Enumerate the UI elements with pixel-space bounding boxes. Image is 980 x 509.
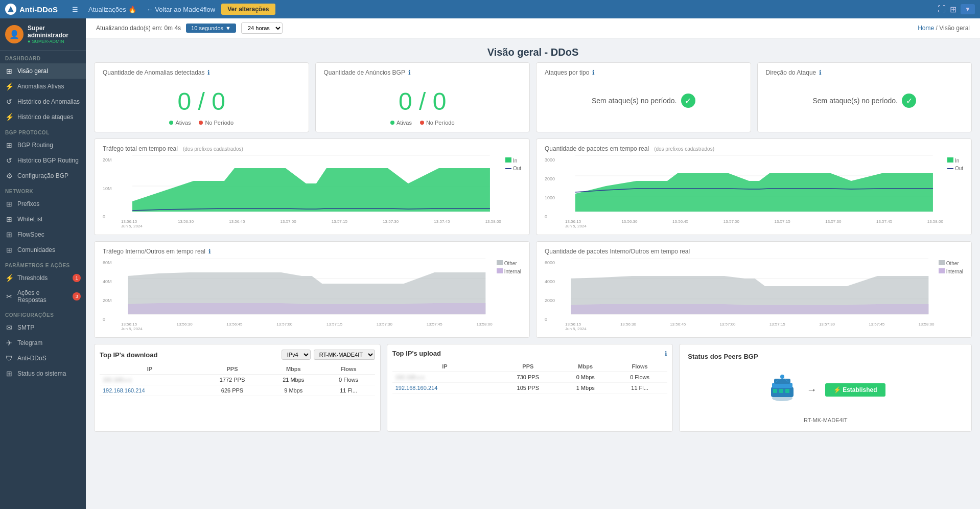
ul-row2-mbps: 1 Mbps xyxy=(559,383,612,394)
check-icon-ataques: ✓ xyxy=(681,94,695,108)
direcao-ataque-card: Direção do Ataque ℹ Sem ataque(s) no per… xyxy=(757,62,972,132)
bgp-legend-ativas: Ativas xyxy=(390,120,412,126)
fullscreen-icon[interactable]: ⛶ xyxy=(938,5,946,14)
user-badge: SUPER-ADMIN xyxy=(28,39,81,44)
sidebar-item-status[interactable]: ⊞ Status do sistema xyxy=(0,366,86,381)
breadcrumb-current: Visão geral xyxy=(939,25,970,32)
user-menu-icon[interactable]: ▼ xyxy=(961,4,975,14)
pacotes-total-card: Quantidade de pacotes em tempo real (dos… xyxy=(536,138,972,235)
download-col-ip: IP xyxy=(100,364,200,375)
download-col-flows: Flows xyxy=(322,364,375,375)
sidebar-item-historico-ataques[interactable]: ⚡ Histórico de ataques xyxy=(0,109,86,125)
anomalias-icon: ⚡ xyxy=(5,82,13,90)
sidebar-item-bgp-routing[interactable]: ⊞ BGP Routing xyxy=(0,137,86,153)
router-svg xyxy=(766,373,799,405)
upload-info-icon[interactable]: ℹ xyxy=(665,350,667,357)
chevron-down-icon: ▼ xyxy=(225,25,231,31)
download-table-controls: IPv4 IPv6 RT-MK-MADE4IT xyxy=(282,350,375,360)
pacotes-total-title: Quantidade de pacotes em tempo real (dos… xyxy=(545,145,963,152)
ipv-select[interactable]: IPv4 IPv6 xyxy=(282,350,311,360)
table-row: 192.168.x.x 730 PPS 0 Mbps 0 Flows xyxy=(392,372,668,383)
ul-row1-mbps: 0 Mbps xyxy=(559,372,612,383)
dl-row2-pps: 626 PPS xyxy=(200,385,265,396)
table-row: 192.168.160.214 105 PPS 1 Mbps 11 Fl... xyxy=(392,383,668,394)
bgp-legend: Ativas No Período xyxy=(324,120,522,126)
time-btn[interactable]: 10 segundos ▼ xyxy=(186,24,236,33)
sidebar-item-flowspec[interactable]: ⊞ FlowSpec xyxy=(0,227,86,242)
thresholds-icon: ⚡ xyxy=(5,274,13,282)
main-layout: 👤 Super administrador SUPER-ADMIN Dashbo… xyxy=(0,18,980,509)
bgp-anuncios-info-icon[interactable]: ℹ xyxy=(408,69,411,76)
pacotes-x-labels: 13:56:15Jun 5, 2024 13:56:30 13:56:45 13… xyxy=(565,219,943,228)
direcao-ataque-info-icon[interactable]: ℹ xyxy=(819,69,822,76)
breadcrumb: Home / Visão geral xyxy=(918,25,970,32)
upload-col-pps: PPS xyxy=(497,361,558,372)
sidebar-item-prefixos[interactable]: ⊞ Prefixos xyxy=(0,196,86,212)
sidebar-item-smtp[interactable]: ✉ SMTP xyxy=(0,320,86,335)
table-row: 192.168.160.214 626 PPS 9 Mbps 11 Fl... xyxy=(100,385,375,396)
pacotes-interno-title: Quantidade de pacotes Interno/Outros em … xyxy=(545,248,963,255)
check-icon-direcao: ✓ xyxy=(902,94,916,108)
trafego-interno-title: Tráfego Interno/Outros em tempo real ℹ xyxy=(103,248,521,255)
avatar: 👤 xyxy=(5,25,24,43)
pacotes-total-svg xyxy=(565,155,943,217)
updates-label: Atualizações xyxy=(88,6,126,13)
sidebar-item-whitelist[interactable]: ⊞ WhiteList xyxy=(0,212,86,227)
ataques-tipo-no-attack: Sem ataque(s) no período. ✓ xyxy=(545,79,742,122)
sidebar-item-acoes[interactable]: ✂ Ações e Respostas 3 xyxy=(0,286,86,307)
sidebar-item-config-bgp[interactable]: ⚙ Configuração BGP xyxy=(0,168,86,183)
sidebar-item-comunidades[interactable]: ⊞ Comunidades xyxy=(0,242,86,258)
bgp-routing-icon: ⊞ xyxy=(5,141,13,149)
fire-icon: 🔥 xyxy=(128,6,136,13)
anomalias-info-icon[interactable]: ℹ xyxy=(207,69,210,76)
ul-row1-flows: 0 Flows xyxy=(612,372,667,383)
pacotes-interno-svg xyxy=(565,258,935,319)
sidebar-item-antiddos[interactable]: 🛡 Anti-DDoS xyxy=(0,351,86,366)
ver-alteracoes-btn[interactable]: Ver alterações xyxy=(221,4,275,15)
bgp-legend-periodo: No Período xyxy=(420,120,455,126)
svg-point-29 xyxy=(780,375,784,379)
refresh-info: Atualizando dado(s) em: 0m 4s xyxy=(96,25,181,32)
pacotes-total-chart: 13:56:15Jun 5, 2024 13:56:30 13:56:45 13… xyxy=(565,155,943,228)
bottom-row: Top IP's download IPv4 IPv6 RT-MK-MADE4I… xyxy=(94,344,972,432)
anomalias-card: Quantidade de Anomalias detectadas ℹ 0 /… xyxy=(94,62,309,132)
whitelist-icon: ⊞ xyxy=(5,215,13,223)
dl-row1-mbps: 21 Mbps xyxy=(265,375,322,385)
svg-marker-9 xyxy=(575,173,933,212)
grid-icon[interactable]: ⊞ xyxy=(950,5,956,14)
pacotes-y-labels: 3000 2000 1000 0 xyxy=(545,155,561,228)
bgp-established-status: ⚡ Established xyxy=(825,383,885,397)
header-controls: Atualizando dado(s) em: 0m 4s 10 segundo… xyxy=(96,22,283,34)
ul-row2-ip: 192.168.160.214 xyxy=(392,383,497,394)
updates-link[interactable]: Atualizações 🔥 xyxy=(84,4,141,15)
menu-toggle-btn[interactable]: ☰ xyxy=(68,4,82,15)
app-title: Anti-DDoS xyxy=(19,5,58,14)
pacotes-legend: In Out xyxy=(947,155,963,228)
upload-table-header: Top IP's upload ℹ xyxy=(392,350,668,357)
back-link[interactable]: ← Voltar ao Made4flow xyxy=(143,4,219,15)
upload-table-card: Top IP's upload ℹ IP PPS Mbps Flows xyxy=(387,344,673,432)
time-range-select[interactable]: 24 horas xyxy=(241,22,283,34)
pacotes-interno-y-labels: 6000 4000 2000 0 xyxy=(545,258,561,331)
dl-row2-ip: 192.168.160.214 xyxy=(100,385,200,396)
pacotes-interno-card: Quantidade de pacotes Interno/Outros em … xyxy=(536,241,972,338)
dashboard: Quantidade de Anomalias detectadas ℹ 0 /… xyxy=(86,62,980,440)
logo-icon xyxy=(5,4,16,15)
sidebar-item-visao-geral[interactable]: ⊞ Visão geral xyxy=(0,63,86,79)
direcao-ataque-no-attack: Sem ataque(s) no período. ✓ xyxy=(766,79,964,122)
sidebar-item-hist-bgp-routing[interactable]: ↺ Histórico BGP Routing xyxy=(0,153,86,168)
ataques-tipo-info-icon[interactable]: ℹ xyxy=(592,69,595,76)
info-cards-row: Quantidade de Anomalias detectadas ℹ 0 /… xyxy=(94,62,972,132)
ul-row1-pps: 730 PPS xyxy=(497,372,558,383)
sidebar-item-thresholds[interactable]: ⚡ Thresholds 1 xyxy=(0,270,86,286)
legend-ativas: Ativas xyxy=(169,120,191,126)
rt-select[interactable]: RT-MK-MADE4IT xyxy=(314,350,375,360)
download-col-pps: PPS xyxy=(200,364,265,375)
trafego-interno-info-icon[interactable]: ℹ xyxy=(208,248,211,255)
sidebar-item-historico-anomalias[interactable]: ↺ Histórico de Anomalias xyxy=(0,94,86,109)
sidebar-item-telegram[interactable]: ✈ Telegram xyxy=(0,335,86,351)
breadcrumb-home[interactable]: Home xyxy=(918,25,934,32)
acoes-badge: 3 xyxy=(73,292,81,300)
sidebar-item-anomalias-ativas[interactable]: ⚡ Anomalias Ativas xyxy=(0,79,86,94)
trafego-legend: In Out xyxy=(505,155,521,228)
